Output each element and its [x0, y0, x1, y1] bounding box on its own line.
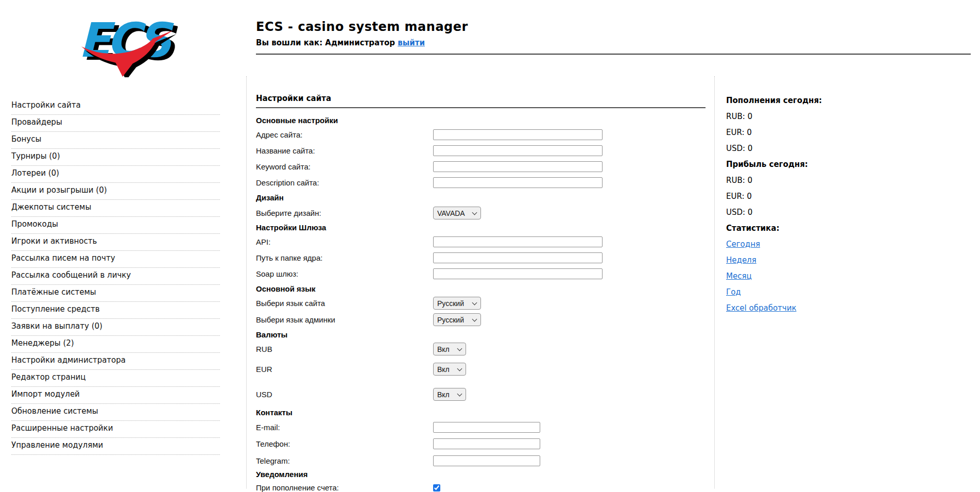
- sidebar-item-advanced-settings[interactable]: Расширенные настройки: [11, 421, 220, 438]
- section-language: Основной язык: [256, 284, 706, 293]
- api-label: API:: [256, 237, 433, 246]
- sidebar-menu: Настройки сайта Провайдеры Бонусы Турнир…: [11, 98, 220, 455]
- section-design: Дизайн: [256, 193, 706, 202]
- page-title: ECS - casino system manager: [256, 20, 468, 34]
- deposit-notification-checkbox[interactable]: [433, 484, 440, 491]
- admin-language-select[interactable]: Русский: [433, 313, 481, 326]
- soap-input[interactable]: [433, 268, 603, 279]
- deposit-notification-label: При пополнение счета:: [256, 483, 433, 492]
- deposits-today-title: Пополнения сегодня:: [726, 96, 942, 105]
- sidebar-item-providers[interactable]: Провайдеры: [11, 115, 220, 132]
- sidebar-item-bonuses[interactable]: Бонусы: [11, 132, 220, 149]
- keyword-label: Keyword сайта:: [256, 162, 433, 171]
- section-notifications: Уведомления: [256, 470, 706, 479]
- design-label: Выберите дизайн:: [256, 209, 433, 217]
- login-status: Вы вошли как: Администратор выйти: [256, 38, 468, 47]
- keyword-input[interactable]: [433, 161, 603, 172]
- sidebar-item-tournaments[interactable]: Турниры (0): [11, 149, 220, 166]
- sidebar-item-managers[interactable]: Менеджеры (2): [11, 336, 220, 353]
- design-select[interactable]: VAVADA: [433, 207, 481, 219]
- telegram-label: Telegram:: [256, 456, 433, 465]
- sidebar-item-promocodes[interactable]: Промокоды: [11, 217, 220, 234]
- description-input[interactable]: [433, 177, 603, 188]
- section-currencies: Валюты: [256, 330, 706, 339]
- phone-label: Телефон:: [256, 439, 433, 448]
- profit-rub-value: RUB: 0: [726, 176, 942, 185]
- sidebar-item-site-settings[interactable]: Настройки сайта: [11, 98, 220, 115]
- ecs-logo: ECS ECS: [72, 9, 178, 77]
- site-language-select[interactable]: Русский: [433, 297, 481, 310]
- stats-link-excel[interactable]: Excel обработчик: [726, 303, 796, 313]
- core-path-label: Путь к папке ядра:: [256, 253, 433, 262]
- sidebar-item-players-activity[interactable]: Игроки и активность: [11, 234, 220, 251]
- sidebar-item-module-management[interactable]: Управление модулями: [11, 438, 220, 455]
- usd-label: USD: [256, 390, 433, 399]
- stats-panel: Пополнения сегодня: RUB: 0 EUR: 0 USD: 0…: [726, 96, 942, 319]
- sidebar-item-email-mailing[interactable]: Рассылка писем на почту: [11, 251, 220, 268]
- deposits-eur-value: EUR: 0: [726, 128, 942, 137]
- sidebar-item-system-update[interactable]: Обновление системы: [11, 404, 220, 421]
- site-language-label: Выбери язык сайта: [256, 299, 433, 308]
- stats-link-week[interactable]: Неделя: [726, 256, 757, 265]
- api-input[interactable]: [433, 236, 603, 247]
- section-basic-settings: Основные настройки: [256, 116, 706, 125]
- ecs-logo-image: ECS ECS: [72, 9, 178, 77]
- site-address-label: Адрес сайта:: [256, 130, 433, 139]
- section-title: Настройки сайта: [256, 94, 706, 103]
- title-divider: [256, 107, 706, 108]
- statistics-title: Статистика:: [726, 224, 942, 233]
- site-name-input[interactable]: [433, 145, 603, 156]
- sidebar-item-promotions[interactable]: Акции и розыгрыши (0): [11, 183, 220, 200]
- email-label: E-mail:: [256, 423, 433, 432]
- stats-link-month[interactable]: Месяц: [726, 272, 752, 281]
- sidebar-item-deposits[interactable]: Поступление средств: [11, 302, 220, 319]
- site-settings-panel: Настройки сайта Основные настройки Адрес…: [256, 94, 706, 492]
- soap-label: Soap шлюз:: [256, 269, 433, 278]
- site-address-input[interactable]: [433, 129, 603, 140]
- telegram-input[interactable]: [433, 455, 540, 466]
- email-input[interactable]: [433, 422, 540, 433]
- profit-eur-value: EUR: 0: [726, 192, 942, 201]
- section-contacts: Контакты: [256, 408, 706, 417]
- sidebar-item-payment-systems[interactable]: Платёжные системы: [11, 285, 220, 302]
- core-path-input[interactable]: [433, 252, 603, 263]
- admin-language-label: Выбери язык админки: [256, 315, 433, 324]
- stats-link-year[interactable]: Год: [726, 287, 741, 297]
- deposits-rub-value: RUB: 0: [726, 112, 942, 121]
- sidebar-item-lotteries[interactable]: Лотереи (0): [11, 166, 220, 183]
- description-label: Description сайта:: [256, 178, 433, 187]
- stats-link-today[interactable]: Сегодня: [726, 240, 760, 249]
- header-divider: [256, 54, 971, 55]
- profit-usd-value: USD: 0: [726, 208, 942, 217]
- site-name-label: Название сайта:: [256, 146, 433, 155]
- phone-input[interactable]: [433, 438, 540, 449]
- sidebar-item-pm-mailing[interactable]: Рассылка сообщений в личку: [11, 268, 220, 285]
- rub-label: RUB: [256, 345, 433, 353]
- sidebar-item-payout-requests[interactable]: Заявки на выплату (0): [11, 319, 220, 336]
- rub-select[interactable]: Вкл: [433, 343, 466, 355]
- section-gateway: Настройки Шлюза: [256, 223, 706, 232]
- logout-link[interactable]: выйти: [398, 38, 425, 47]
- deposits-usd-value: USD: 0: [726, 144, 942, 153]
- sidebar-item-jackpots[interactable]: Джекпоты системы: [11, 200, 220, 217]
- sidebar-item-admin-settings[interactable]: Настройки администратора: [11, 353, 220, 370]
- sidebar-item-module-import[interactable]: Импорт модулей: [11, 387, 220, 404]
- eur-label: EUR: [256, 365, 433, 374]
- divider-sidebar-main: [246, 76, 247, 488]
- divider-main-stats: [714, 76, 715, 488]
- sidebar-item-page-editor[interactable]: Редактор страниц: [11, 370, 220, 387]
- eur-select[interactable]: Вкл: [433, 363, 466, 376]
- profit-today-title: Прибыль сегодня:: [726, 160, 942, 169]
- usd-select[interactable]: Вкл: [433, 388, 466, 401]
- login-status-text: Вы вошли как: Администратор: [256, 38, 395, 47]
